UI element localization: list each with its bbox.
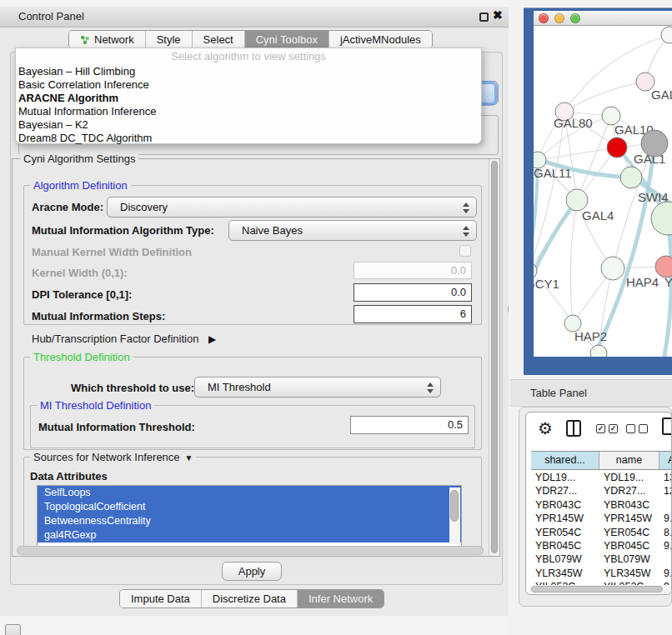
table-cell: YBL079W <box>599 552 659 566</box>
column-header[interactable]: shared... <box>531 452 599 469</box>
mi-algorithm-type-combobox[interactable]: Naive Bayes <box>228 220 477 241</box>
zoom-traffic-light-icon[interactable] <box>570 13 580 23</box>
network-node-hap4[interactable] <box>601 257 624 280</box>
algorithm-option-aracne-algorithm[interactable]: ARACNE Algorithm <box>16 92 481 105</box>
node-label: GAL <box>651 88 672 102</box>
network-node-gray-node[interactable] <box>641 130 668 157</box>
attribute-item[interactable]: gal4RGexp <box>38 528 461 542</box>
list-scrollbar-thumb[interactable] <box>450 490 459 522</box>
tab-style[interactable]: Style <box>145 31 192 48</box>
algorithm-option-bayesian-k2[interactable]: Bayesian – K2 <box>16 118 481 132</box>
table-cell: YDR27... <box>599 484 659 498</box>
hub-definition-expander[interactable]: Hub/Transcription Factor Definition ▶ <box>32 332 216 345</box>
table-cell: YLR345W <box>599 567 659 580</box>
mi-threshold-field[interactable]: 0.5 <box>350 416 469 434</box>
tab-label: jActiveMNodules <box>340 33 421 46</box>
mi-steps-field[interactable]: 6 <box>354 305 472 323</box>
tab-network[interactable]: Network <box>69 31 145 48</box>
settings-gear-icon[interactable]: ⚙ <box>538 418 553 439</box>
tab-select[interactable]: Select <box>192 31 244 48</box>
tab-label: Discretize Data <box>213 592 286 605</box>
table-cell: 9. <box>659 539 672 552</box>
table-cell: 12 <box>659 484 672 498</box>
attribute-item[interactable]: SelfLoops <box>38 486 461 500</box>
document-icon[interactable] <box>662 418 672 435</box>
network-node-node-top[interactable] <box>661 27 672 43</box>
table-row[interactable]: YDR27...YDR27...12 <box>531 484 672 498</box>
network-view-canvas[interactable]: GALGAL80GAL10GAL1GAL11SWI4GAL4GCY1HAP4YH… <box>534 26 672 357</box>
table-cell: YDL19... <box>599 471 659 484</box>
aracne-mode-combobox[interactable]: Discovery <box>107 197 477 218</box>
algorithm-definition-legend: Algorithm Definition <box>30 179 131 192</box>
table-cell: 9. <box>659 567 672 580</box>
tab-infer-network[interactable]: Infer Network <box>297 590 384 608</box>
list-scrollbar-track <box>449 488 460 544</box>
column-header[interactable]: A <box>659 452 672 469</box>
table-hscrollbar-thumb[interactable] <box>531 586 663 592</box>
sources-legend[interactable]: Sources for Network Inference▼ <box>30 451 196 463</box>
which-threshold-label: Which threshold to use: <box>71 382 194 394</box>
combobox-arrows-icon <box>424 381 435 395</box>
algorithm-option-mutual-information-inference[interactable]: Mutual Information Inference <box>16 105 481 118</box>
node-label: GAL4 <box>582 208 614 222</box>
tab-impute-data[interactable]: Impute Data <box>120 590 201 608</box>
manual-kernel-width-checkbox <box>459 245 471 257</box>
screen: Control Panel ✖ NetworkStyleSelectCyni T… <box>0 0 672 635</box>
mi-algorithm-type-label: Mutual Information Algorithm Type: <box>32 224 214 237</box>
kernel-width-label: Kernel Width (0,1): <box>32 267 128 279</box>
table-body: YDL19...YDL19...13YDR27...YDR27...12YBR0… <box>531 471 672 594</box>
attribute-item[interactable]: TopologicalCoefficient <box>38 500 461 514</box>
dpi-tolerance-field[interactable]: 0.0 <box>354 283 472 302</box>
network-edge[interactable] <box>564 82 645 112</box>
settings-scrollbar-thumb[interactable] <box>491 161 498 553</box>
algorithm-option-dream8-dc-tdc-algorithm[interactable]: Dream8 DC_TDC Algorithm <box>16 132 481 145</box>
network-edge[interactable] <box>570 200 577 323</box>
close-traffic-light-icon[interactable] <box>539 13 549 23</box>
apply-button[interactable]: Apply <box>222 562 282 581</box>
float-window-icon[interactable] <box>479 12 489 22</box>
tab-discretize-data[interactable]: Discretize Data <box>201 590 297 608</box>
table-cell: YER054C <box>599 526 659 539</box>
network-window-titlebar[interactable] <box>534 11 672 26</box>
settings-scrollbar-track <box>489 159 499 556</box>
deselect-all-checkboxes-icon[interactable] <box>626 424 648 433</box>
which-threshold-combobox[interactable]: MI Threshold <box>194 377 441 398</box>
network-node-gal1[interactable] <box>607 138 627 158</box>
tab-label: Style <box>157 33 181 46</box>
table-row[interactable]: YBR043CYBR043C <box>531 498 672 512</box>
table-row[interactable]: YPR145WYPR145W9. <box>531 512 672 525</box>
algorithm-option-basic-correlation-inference[interactable]: Basic Correlation Inference <box>16 78 481 92</box>
data-attributes-label: Data Attributes <box>30 470 108 482</box>
minimize-traffic-light-icon[interactable] <box>554 13 564 23</box>
minimized-panel-icon[interactable] <box>5 624 21 635</box>
tab-jactivemnodules[interactable]: jActiveMNodules <box>328 31 432 48</box>
select-all-checkboxes-icon[interactable]: ✓✓ <box>596 424 618 433</box>
table-hscrollbar-track <box>529 585 669 593</box>
node-label: GAL11 <box>534 166 572 180</box>
sources-legend-label: Sources for Network Inference <box>33 451 180 463</box>
tab-label: Cyni Toolbox <box>256 33 318 46</box>
close-icon[interactable]: ✖ <box>493 8 503 22</box>
table-cell: YER054C <box>531 526 599 539</box>
attribute-item[interactable]: BetweennessCentrality <box>38 514 461 528</box>
table-cell: YBR043C <box>599 498 659 512</box>
mi-threshold-legend: MI Threshold Definition <box>37 399 154 412</box>
manual-kernel-width-label: Manual Kernel Width Definition <box>32 246 192 258</box>
table-row[interactable]: YER054CYER054C8. <box>531 526 672 539</box>
column-header[interactable]: name <box>599 452 659 469</box>
network-node-swi4[interactable] <box>620 167 642 188</box>
tab-cyni-toolbox[interactable]: Cyni Toolbox <box>244 31 328 48</box>
table-row[interactable]: YBR045CYBR045C9. <box>531 539 672 552</box>
table-cell: YBL079W <box>531 552 599 566</box>
table-row[interactable]: YLR345WYLR345W9. <box>531 567 672 580</box>
table-row[interactable]: YBL079WYBL079W <box>531 552 672 566</box>
network-node-big-green[interactable] <box>651 202 672 235</box>
algorithm-option-bayesian-hill-climbing[interactable]: Bayesian – Hill Climbing <box>16 65 481 78</box>
algorithm-dropdown-list: Bayesian – Hill ClimbingBasic Correlatio… <box>16 65 481 145</box>
node-label: GCY1 <box>534 277 559 291</box>
split-view-columns-icon[interactable] <box>566 420 581 437</box>
horizontal-scrollbar[interactable] <box>17 546 484 555</box>
table-row[interactable]: YDL19...YDL19...13 <box>531 471 672 484</box>
combobox-arrows-icon <box>460 224 471 238</box>
table-cell: YDR27... <box>531 484 599 498</box>
